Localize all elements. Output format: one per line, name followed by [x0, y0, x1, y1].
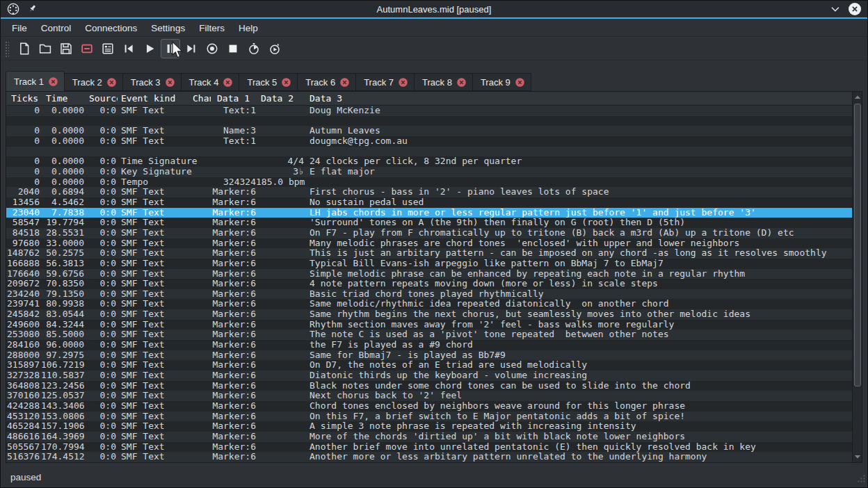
clear-list-button[interactable]	[77, 39, 97, 58]
resize-grip-icon[interactable]	[858, 473, 865, 485]
close-icon[interactable]	[848, 2, 862, 16]
chevron-down-icon[interactable]	[828, 3, 841, 15]
table-row[interactable]: 20400.68940:0SMF TextMarker:6First choru…	[6, 187, 852, 197]
tab-close-icon[interactable]	[457, 78, 466, 87]
column-header-data2[interactable]: Data 2	[256, 92, 305, 105]
table-row[interactable]: 370160125.05370:0SMF TextMarker:6Next ch…	[6, 391, 852, 401]
table-row[interactable]: 25308085.50000:0SMF TextMarker:6The note…	[6, 330, 852, 340]
table-row[interactable]: 24584283.05440:0SMF TextMarker:6Same rhy…	[6, 309, 852, 320]
column-header-ticks[interactable]: Ticks	[6, 92, 41, 105]
table-row[interactable]: 327328110.58370:0SMF TextMarker:6Diatoni…	[6, 371, 852, 381]
tab-close-icon[interactable]	[223, 78, 232, 87]
skip-backward-icon	[122, 42, 136, 56]
tab-track-4[interactable]: Track 4	[182, 73, 240, 91]
cell-data1: Marker:6	[211, 350, 256, 361]
cell-ticks: 486616	[6, 432, 41, 442]
cell-source: 0:0	[84, 371, 118, 381]
cell-source: 0:0	[84, 289, 118, 300]
tab-close-icon[interactable]	[107, 78, 116, 87]
record-button[interactable]	[202, 39, 222, 58]
table-row[interactable]	[6, 116, 852, 127]
stop-button[interactable]	[223, 39, 243, 58]
scrollbar-thumb[interactable]	[854, 104, 861, 387]
timer-button[interactable]	[244, 39, 264, 58]
tab-track-1[interactable]: Track 1	[6, 71, 65, 92]
tab-track-6[interactable]: Track 6	[298, 73, 356, 91]
menu-item-connections[interactable]: Connections	[78, 20, 144, 36]
table-row[interactable]: 505567170.79940:0SMF TextMarker:6Another…	[6, 442, 852, 453]
menu-item-settings[interactable]: Settings	[144, 20, 192, 36]
table-row[interactable]: 00.00000:0Time Signature4/424 clocks per…	[6, 156, 852, 167]
table-row[interactable]: 5854719.77940:0SMF TextMarker:6'Surround…	[6, 218, 852, 228]
scroll-up-button[interactable]	[853, 92, 862, 102]
tab-close-icon[interactable]	[282, 78, 291, 87]
tab-close-icon[interactable]	[166, 78, 175, 87]
event-list-button[interactable]	[98, 39, 118, 58]
table-row[interactable]: 00.00000:0Tempo324324185.0 bpm	[6, 177, 852, 188]
menu-item-help[interactable]: Help	[232, 20, 265, 36]
open-file-button[interactable]	[35, 39, 55, 58]
tab-track-3[interactable]: Track 3	[123, 73, 182, 91]
table-row[interactable]: 17664059.67560:0SMF TextMarker:6Simple m…	[6, 269, 852, 279]
table-row[interactable]: 23974180.99380:0SMF TextMarker:6Same mel…	[6, 299, 852, 309]
table-row[interactable]: 14876250.25750:0SMF TextMarker:6This is …	[6, 248, 852, 259]
table-row[interactable]: 00.00000:0SMF TextText:1Doug McKenzie	[6, 106, 852, 116]
cell-data2	[256, 309, 305, 320]
table-row[interactable]: 00.00000:0Key Signature3♭E flat major	[6, 167, 852, 177]
tab-track-9[interactable]: Track 9	[473, 73, 531, 91]
tab-close-icon[interactable]	[49, 77, 58, 86]
table-row[interactable]: 453120153.08060:0SMF TextMarker:6On this…	[6, 412, 852, 422]
table-row[interactable]: 28416096.00000:0SMF TextMarker:6the F7 i…	[6, 340, 852, 350]
cell-chan	[187, 360, 211, 371]
save-file-button[interactable]	[56, 39, 76, 58]
table-row[interactable]: 20967270.83500:0SMF TextMarker:64 note p…	[6, 279, 852, 289]
table-row[interactable]	[6, 147, 852, 157]
pause-button[interactable]	[161, 39, 180, 58]
column-header-chan[interactable]: Chan	[187, 92, 211, 105]
scroll-down-button[interactable]	[853, 452, 862, 462]
cell-ticks: 253080	[6, 330, 41, 340]
table-row[interactable]: 24960084.32440:0SMF TextMarker:6Rhythm s…	[6, 320, 852, 330]
column-header-time[interactable]: Time	[41, 92, 84, 105]
table-row[interactable]: 00.00000:0SMF TextName:3Autumn Leaves	[6, 126, 852, 136]
table-row[interactable]: 8451828.55310:0SMF TextMarker:6On F7 - p…	[6, 228, 852, 238]
menu-item-filters[interactable]: Filters	[192, 20, 232, 36]
menu-item-control[interactable]: Control	[34, 20, 79, 36]
table-row[interactable]: 516376174.45120:0SMF TextMarker:6Another…	[6, 452, 852, 462]
new-file-button[interactable]	[15, 39, 34, 58]
tab-track-5[interactable]: Track 5	[239, 73, 298, 91]
column-header-source[interactable]: Source	[84, 92, 118, 105]
table-row[interactable]: 9768033.00000:0SMF TextMarker:6Many melo…	[6, 238, 852, 249]
tab-close-icon[interactable]	[399, 78, 408, 87]
table-row[interactable]: 16688856.38130:0SMF TextMarker:6Typical …	[6, 259, 852, 269]
table-row[interactable]: 23424079.13500:0SMF TextMarker:6Basic tr…	[6, 289, 852, 300]
table-row[interactable]: 28800097.29750:0SMF TextMarker:6Same for…	[6, 350, 852, 361]
table-row[interactable]: 465284157.19060:0SMF TextMarker:6A simpl…	[6, 421, 852, 432]
column-header-data3[interactable]: Data 3	[305, 92, 852, 105]
column-header-data1[interactable]: Data 1	[211, 92, 256, 105]
menu-item-file[interactable]: File	[5, 20, 34, 36]
tab-track-8[interactable]: Track 8	[415, 73, 473, 91]
play-button[interactable]	[140, 39, 159, 58]
table-row[interactable]: 364808123.24560:0SMF TextMarker:6Black n…	[6, 381, 852, 391]
tab-track-7[interactable]: Track 7	[356, 73, 415, 91]
tab-track-2[interactable]: Track 2	[65, 73, 123, 91]
skip-forward-button[interactable]	[182, 39, 201, 58]
cell-data1: Marker:6	[211, 360, 256, 371]
skip-backward-button[interactable]	[119, 39, 138, 58]
timer-play-button[interactable]	[265, 39, 284, 58]
vertical-scrollbar[interactable]	[852, 92, 862, 462]
tab-close-icon[interactable]	[340, 78, 349, 87]
table-row[interactable]: 486616164.39690:0SMF TextMarker:6More of…	[6, 432, 852, 442]
tab-close-icon[interactable]	[515, 78, 524, 87]
column-header-event[interactable]: Event kind	[118, 92, 187, 105]
table-row[interactable]: 315897106.72190:0SMF TextMarker:6On D7, …	[6, 360, 852, 371]
table-row[interactable]: 424288143.34060:0SMF TextMarker:6Chord t…	[6, 401, 852, 412]
table-row[interactable]: 00.00000:0SMF TextText:1dougmck@tpg.com.…	[6, 136, 852, 147]
cell-chan	[187, 391, 211, 401]
cell-ticks: 364808	[6, 381, 41, 391]
table-row[interactable]: 230407.78380:0SMF TextMarker:6LH jabs ch…	[6, 208, 852, 218]
toolbar-handle[interactable]	[4, 40, 9, 57]
table-row[interactable]: 134564.54620:0SMF TextMarker:6No sustain…	[6, 197, 852, 208]
cell-data1: Name:3	[211, 126, 256, 136]
